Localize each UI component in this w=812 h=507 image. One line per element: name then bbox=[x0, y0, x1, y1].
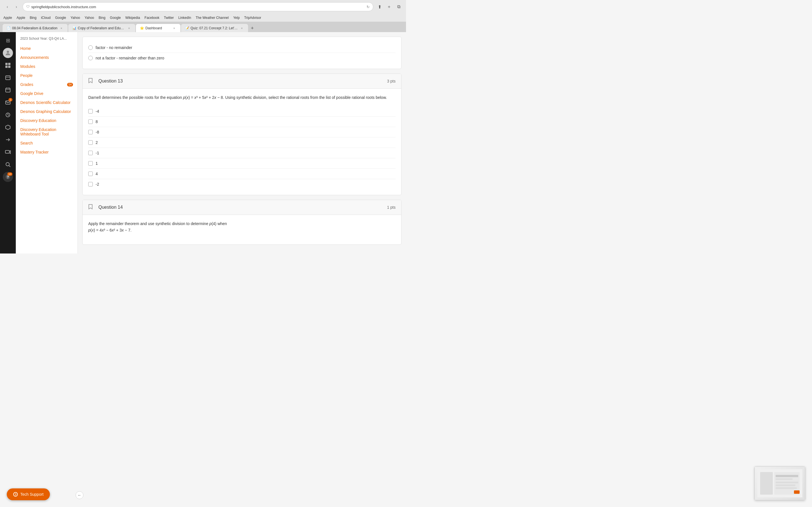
bookmark-icon-14[interactable] bbox=[88, 204, 95, 211]
svg-line-16 bbox=[9, 166, 10, 167]
svg-rect-3 bbox=[5, 66, 8, 68]
tabs-bar: 📄 08.04 Federalism & Education × 📊 Copy … bbox=[0, 22, 406, 32]
sidebar-icon-redirect[interactable] bbox=[3, 135, 13, 145]
checkbox-neg8[interactable] bbox=[88, 130, 93, 134]
nav-desmos-graphing[interactable]: Desmos Graphing Calculator bbox=[16, 107, 78, 116]
question-13-pts: 3 pts bbox=[387, 79, 396, 83]
tab-dashboard[interactable]: ⭐ Dashboard × bbox=[136, 24, 181, 32]
svg-point-0 bbox=[7, 51, 9, 53]
prev-option-factor: factor - no remainder bbox=[88, 43, 396, 53]
question-14-header-left: Question 14 bbox=[88, 204, 123, 211]
question-13-header: Question 13 3 pts bbox=[83, 74, 401, 89]
bookmark-icon-13[interactable] bbox=[88, 78, 95, 84]
school-year-label: 2023 School Year: Q3-Q4 LA... bbox=[16, 36, 78, 44]
checkbox-neg1[interactable] bbox=[88, 151, 93, 155]
shield-icon: 🛡 bbox=[26, 5, 30, 9]
bookmark-apple1[interactable]: Apple bbox=[3, 16, 12, 20]
nav-buttons: ‹ › bbox=[3, 3, 20, 11]
browser-toolbar: ‹ › 🛡 springfieldpublicschools.instructu… bbox=[0, 0, 406, 13]
bookmark-yelp[interactable]: Yelp bbox=[233, 16, 240, 20]
nav-google-drive[interactable]: Google Drive bbox=[16, 89, 78, 98]
checkbox-2[interactable] bbox=[88, 140, 93, 145]
checkbox-neg4[interactable] bbox=[88, 109, 93, 114]
checkbox-neg2[interactable] bbox=[88, 182, 93, 186]
bookmark-bing1[interactable]: Bing bbox=[30, 16, 36, 20]
bookmark-weather[interactable]: The Weather Channel bbox=[196, 16, 229, 20]
sidebar-icon-help[interactable]: ? 10 bbox=[3, 172, 13, 182]
question-14-pts: 1 pts bbox=[387, 205, 396, 210]
question-13-header-left: Question 13 bbox=[88, 78, 123, 84]
checkbox-8[interactable] bbox=[88, 119, 93, 124]
prev-question-body: factor - no remainder not a factor - rem… bbox=[83, 37, 401, 69]
share-button[interactable]: ⬆ bbox=[375, 3, 384, 11]
sidebar-icon-courses[interactable] bbox=[3, 73, 13, 83]
bookmark-twitter[interactable]: Twitter bbox=[164, 16, 174, 20]
nav-desmos-scientific[interactable]: Desmos Scientific Calculator bbox=[16, 98, 78, 107]
tab-venn[interactable]: 📊 Copy of Federalism and Education Venn … bbox=[68, 24, 136, 32]
bookmark-yahoo2[interactable]: Yahoo bbox=[85, 16, 94, 20]
forward-button[interactable]: › bbox=[12, 3, 20, 11]
back-button[interactable]: ‹ bbox=[3, 3, 11, 11]
sidebar-icon-search[interactable] bbox=[3, 159, 13, 170]
left-nav: 2023 School Year: Q3-Q4 LA... Home Annou… bbox=[16, 32, 78, 253]
nav-modules-label: Modules bbox=[20, 64, 35, 69]
tab-favicon-2: 📊 bbox=[72, 26, 76, 30]
answer-option-4: 4 bbox=[88, 169, 396, 179]
bookmark-wikipedia[interactable]: Wikipedia bbox=[125, 16, 140, 20]
nav-discovery-whiteboard-label: Discovery Education Whiteboard Tool bbox=[20, 127, 73, 136]
nav-discovery-whiteboard[interactable]: Discovery Education Whiteboard Tool bbox=[16, 125, 78, 138]
browser-action-buttons: ⬆ ＋ ⧉ bbox=[375, 3, 403, 11]
radio-factor-no-rem[interactable] bbox=[88, 45, 93, 50]
bookmark-icloud[interactable]: iCloud bbox=[41, 16, 50, 20]
prev-option-factor-label: factor - no remainder bbox=[96, 45, 132, 50]
sidebar-icon-dashboard[interactable] bbox=[3, 60, 13, 70]
radio-not-factor[interactable] bbox=[88, 56, 93, 60]
nav-search[interactable]: Search bbox=[16, 138, 78, 148]
bookmark-facebook[interactable]: Facebook bbox=[145, 16, 160, 20]
sidebar-icon-grid[interactable]: ⊞ bbox=[3, 36, 13, 46]
tab-close-4[interactable]: × bbox=[240, 26, 244, 31]
nav-people-label: People bbox=[20, 73, 33, 78]
sidebar-button[interactable]: ⧉ bbox=[395, 3, 403, 11]
bookmark-google1[interactable]: Google bbox=[55, 16, 66, 20]
nav-grades[interactable]: Grades 54 bbox=[16, 80, 78, 89]
reload-icon[interactable]: ↻ bbox=[366, 5, 370, 9]
sidebar-icon-conferences[interactable] bbox=[3, 147, 13, 157]
global-sidebar: ⊞ 1 ? 1 bbox=[0, 32, 16, 253]
tab-federalism[interactable]: 📄 08.04 Federalism & Education × bbox=[2, 24, 68, 32]
checkbox-4[interactable] bbox=[88, 172, 93, 176]
bookmark-apple2[interactable]: Apple bbox=[17, 16, 26, 20]
bookmark-yahoo1[interactable]: Yahoo bbox=[70, 16, 80, 20]
bookmark-google2[interactable]: Google bbox=[110, 16, 121, 20]
tab-close-1[interactable]: × bbox=[59, 26, 64, 31]
nav-desmos-graphing-label: Desmos Graphing Calculator bbox=[20, 109, 71, 114]
sidebar-icon-avatar[interactable] bbox=[3, 48, 13, 58]
sidebar-icon-history[interactable] bbox=[3, 110, 13, 120]
address-bar[interactable]: 🛡 springfieldpublicschools.instructure.c… bbox=[22, 2, 373, 11]
nav-discovery-education[interactable]: Discovery Education bbox=[16, 116, 78, 125]
add-tab-button[interactable]: + bbox=[248, 24, 256, 32]
bookmark-bing2[interactable]: Bing bbox=[99, 16, 105, 20]
nav-people[interactable]: People bbox=[16, 71, 78, 80]
nav-mastery-tracker[interactable]: Mastery Tracker bbox=[16, 148, 78, 157]
answer-option-8: 8 bbox=[88, 117, 396, 127]
sidebar-icon-inbox[interactable]: 1 bbox=[3, 98, 13, 108]
new-tab-button[interactable]: ＋ bbox=[385, 3, 393, 11]
grades-badge: 54 bbox=[67, 83, 73, 87]
nav-home[interactable]: Home bbox=[16, 44, 78, 53]
browser-chrome: ‹ › 🛡 springfieldpublicschools.instructu… bbox=[0, 0, 406, 32]
nav-announcements[interactable]: Announcements bbox=[16, 53, 78, 62]
answer-label-2: 2 bbox=[96, 140, 98, 145]
nav-google-drive-label: Google Drive bbox=[20, 91, 43, 96]
sidebar-icon-calendar[interactable] bbox=[3, 85, 13, 95]
tab-close-3[interactable]: × bbox=[172, 26, 176, 31]
checkbox-1[interactable] bbox=[88, 161, 93, 166]
nav-modules[interactable]: Modules bbox=[16, 62, 78, 71]
sidebar-icon-commons[interactable] bbox=[3, 122, 13, 132]
tab-close-2[interactable]: × bbox=[127, 26, 132, 31]
tab-title-2: Copy of Federalism and Education Venn Di… bbox=[78, 26, 125, 30]
bookmark-tripadvisor[interactable]: TripAdvisor bbox=[244, 16, 261, 20]
tab-quiz[interactable]: 📝 Quiz: 07.21 Concept 7.2: Let's Practic… bbox=[181, 24, 248, 32]
bookmark-linkedin[interactable]: LinkedIn bbox=[179, 16, 191, 20]
nav-announcements-label: Announcements bbox=[20, 55, 49, 60]
